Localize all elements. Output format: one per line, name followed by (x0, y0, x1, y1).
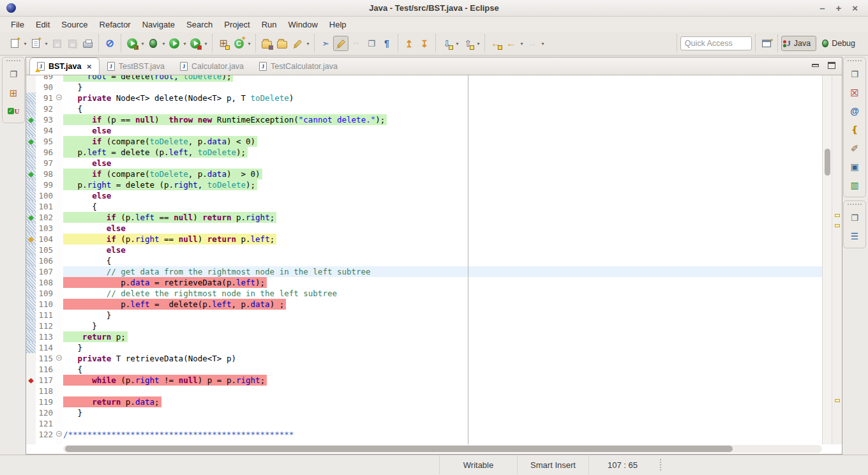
new-java-class-button-dropdown-icon[interactable]: ▾ (246, 41, 252, 47)
print-button[interactable] (80, 36, 95, 51)
restore-views-icon[interactable]: ❐ (848, 68, 862, 80)
menu-window[interactable]: Window (283, 18, 324, 31)
code-text[interactable]: private Node<T> delete(Node<T> p, T toDe… (63, 93, 822, 103)
toggle-highlight-button[interactable] (333, 36, 348, 51)
line-number[interactable]: 98 (36, 169, 55, 179)
forward-button-dropdown-icon[interactable]: ▾ (540, 41, 546, 47)
annotation-ruler-cell[interactable] (26, 255, 36, 266)
search-view-icon[interactable]: ✐ (848, 142, 862, 155)
code-text[interactable]: { (63, 103, 822, 114)
line-number[interactable]: 116 (36, 364, 55, 375)
back-button-dropdown-icon[interactable]: ▾ (519, 41, 525, 47)
line-number[interactable]: 102 (36, 212, 55, 223)
annotation-ruler-cell[interactable]: ◆ (26, 212, 36, 223)
code-text[interactable]: else (63, 158, 822, 169)
collapse-icon[interactable] (56, 431, 62, 437)
annotation-ruler-cell[interactable] (26, 75, 36, 82)
annotation-ruler-cell[interactable] (26, 93, 36, 103)
previous-annotation-button-dropdown-icon[interactable]: ▾ (475, 41, 481, 47)
line-number[interactable]: 93 (36, 114, 55, 125)
next-annotation-button-dropdown-icon[interactable]: ▾ (454, 41, 460, 47)
annotation-ruler-cell[interactable] (26, 179, 36, 190)
line-number[interactable]: 108 (36, 277, 55, 288)
run-button-dropdown-icon[interactable]: ▾ (182, 41, 188, 47)
code-editor[interactable]: 89 root = delete(root, toDelete);90 }91 … (26, 75, 822, 444)
last-edit-location-button[interactable]: ➣ (318, 36, 333, 51)
annotation-ruler-cell[interactable] (26, 396, 36, 407)
new-wizard-button[interactable] (28, 36, 43, 51)
code-text[interactable]: private T retrieveData(Node<T> p) (63, 353, 822, 364)
menu-source[interactable]: Source (56, 18, 93, 31)
new-button-dropdown-icon[interactable]: ▾ (22, 41, 28, 47)
code-text[interactable]: p.left = delete (p.left, toDelete); (63, 147, 822, 158)
menu-search[interactable]: Search (181, 18, 218, 31)
line-number[interactable]: 120 (36, 407, 55, 418)
annotation-ruler-cell[interactable] (26, 125, 36, 136)
line-number[interactable]: 91 (36, 93, 55, 103)
code-text[interactable]: p.left = delete(p.left, p.data) ; (63, 299, 822, 310)
line-number[interactable]: 106 (36, 255, 55, 266)
previous-member-button[interactable]: ↥ (401, 36, 417, 51)
code-text[interactable]: p.right = delete (p.right, toDelete); (63, 179, 822, 190)
declaration-view-icon[interactable]: ❴ (848, 123, 862, 136)
code-text[interactable] (63, 418, 822, 429)
new-wizard-button-dropdown-icon[interactable]: ▾ (43, 41, 49, 47)
link-with-editor-button[interactable]: ❐ (364, 36, 379, 51)
quick-access-input[interactable] (680, 36, 752, 50)
new-java-class-button[interactable]: C (231, 36, 246, 51)
annotation-ruler-cell[interactable] (26, 342, 36, 353)
previous-annotation-button[interactable]: ⇧ (460, 36, 475, 51)
line-number[interactable]: 96 (36, 147, 55, 158)
line-number[interactable]: 117 (36, 375, 55, 386)
line-number[interactable]: 95 (36, 136, 55, 147)
line-number[interactable]: 118 (36, 386, 55, 396)
annotation-ruler-cell[interactable] (26, 277, 36, 288)
next-member-button[interactable]: ↧ (417, 36, 432, 51)
code-text[interactable]: root = delete(root, toDelete); (63, 75, 822, 82)
restore-views-icon[interactable]: ❐ (848, 211, 862, 224)
code-text[interactable]: p.data = retrieveData(p.left); (63, 277, 822, 288)
tab-testbst-java[interactable]: JTestBST.java (100, 57, 172, 75)
annotation-ruler-cell[interactable] (26, 158, 36, 169)
code-text[interactable]: } (63, 407, 822, 418)
annotation-ruler-cell[interactable] (26, 320, 36, 331)
horizontal-scrollbar-track[interactable] (63, 445, 822, 453)
line-number[interactable]: 103 (36, 223, 55, 234)
horizontal-scrollbar[interactable] (26, 444, 842, 454)
line-number[interactable]: 112 (36, 320, 55, 331)
code-text[interactable]: else (63, 190, 822, 201)
annotation-ruler-cell[interactable] (26, 353, 36, 364)
code-text[interactable]: { (63, 255, 822, 266)
tab-testcalculator-java[interactable]: JTestCalculator.java (251, 57, 345, 75)
next-annotation-button[interactable]: ⇩ (439, 36, 454, 51)
line-number[interactable]: 119 (36, 396, 55, 407)
line-number[interactable]: 101 (36, 201, 55, 212)
code-text[interactable]: if (p.left == null) return p.right; (63, 212, 822, 223)
debug-button-dropdown-icon[interactable]: ▾ (161, 41, 167, 47)
annotation-ruler-cell[interactable] (26, 407, 36, 418)
debug-perspective-button[interactable]: Debug (816, 36, 861, 51)
maximize-editor-icon[interactable] (828, 62, 835, 69)
back-button[interactable]: ← (504, 36, 519, 51)
annotation-ruler-cell[interactable] (26, 147, 36, 158)
annotation-ruler-cell[interactable] (26, 266, 36, 277)
overview-ruler[interactable] (832, 75, 842, 444)
maximize-button[interactable]: + (835, 3, 841, 13)
mark-occurrences-button[interactable] (290, 36, 305, 51)
code-text[interactable]: } (63, 82, 822, 93)
new-button[interactable] (7, 36, 22, 51)
mark-occurrences-button-dropdown-icon[interactable]: ▾ (305, 41, 311, 47)
minimize-editor-icon[interactable] (812, 64, 819, 67)
coverage-button[interactable] (124, 36, 140, 51)
restore-views-icon[interactable]: ❐ (6, 68, 20, 80)
annotation-ruler-cell[interactable] (26, 223, 36, 234)
annotation-ruler-cell[interactable]: ◆ (26, 114, 36, 125)
run-external-tools-button-dropdown-icon[interactable]: ▾ (203, 41, 209, 47)
open-type-button[interactable] (259, 36, 274, 51)
skip-all-breakpoints-button[interactable]: ⊘ (102, 36, 117, 51)
annotation-ruler-cell[interactable]: ◆ (26, 136, 36, 147)
line-number[interactable]: 94 (36, 125, 55, 136)
line-number[interactable]: 109 (36, 288, 55, 299)
overview-annotation-mark[interactable] (835, 224, 840, 227)
line-number[interactable]: 110 (36, 299, 55, 310)
